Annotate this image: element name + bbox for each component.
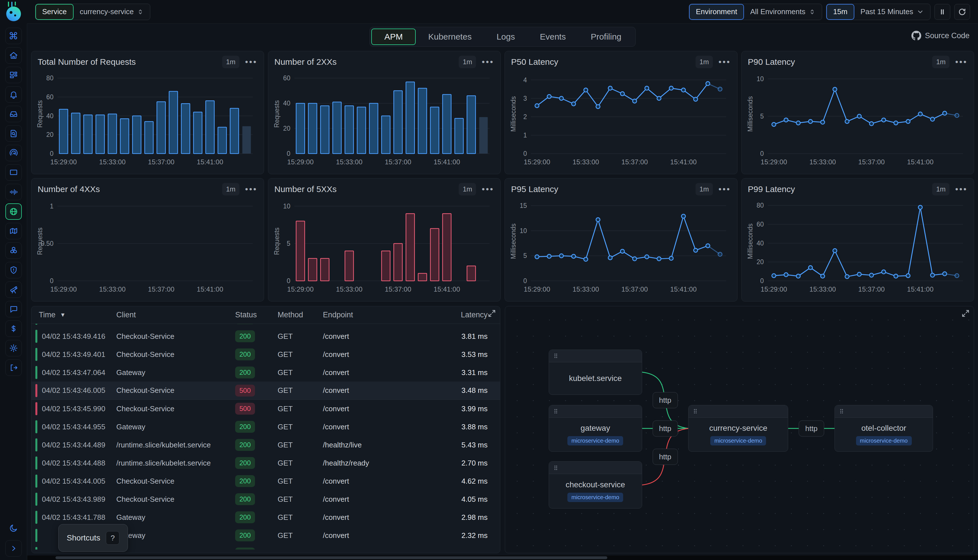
table-row[interactable]: 04/02 15:43:47.064Gateway200GET/convert3… [32, 363, 500, 382]
table-row[interactable]: 04/02 15:43:45.990Checkout-Service500GET… [32, 400, 500, 418]
table-row[interactable]: 04/02 15:43:41.788Gateway200GET/convert2… [32, 508, 500, 526]
environment-selector[interactable]: Environment All Environments [689, 4, 822, 20]
sidebar-item-traces-spiral[interactable] [5, 145, 22, 161]
horizontal-scrollbar[interactable] [27, 555, 978, 560]
time-range-selector[interactable]: 15m Past 15 Minutes [826, 4, 930, 20]
map-expand-button[interactable] [961, 309, 970, 319]
sidebar-item-alerts-bell[interactable] [5, 86, 22, 103]
map-node-currency[interactable]: currency-servicemicroservice-demo [688, 405, 788, 452]
shortcuts-key-button[interactable]: ? [106, 531, 119, 545]
chart-menu-button[interactable]: ••• [245, 57, 257, 67]
sidebar-item-service-map[interactable] [5, 223, 22, 239]
drag-handle-icon[interactable] [839, 408, 844, 415]
column-header-client[interactable]: Client [116, 310, 235, 319]
sidebar-item-telescope[interactable] [5, 282, 22, 298]
interval-chip[interactable]: 1m [696, 56, 713, 68]
telescope-icon [9, 285, 18, 294]
interval-chip[interactable]: 1m [932, 183, 950, 195]
table-row[interactable]: 04/02 15:43:44.488/runtime.slice/kubelet… [32, 454, 500, 472]
chart-menu-button[interactable]: ••• [245, 184, 257, 194]
drag-handle-icon[interactable] [554, 464, 558, 471]
source-code-link[interactable]: Source Code [911, 30, 970, 41]
drag-handle-icon[interactable] [554, 352, 558, 359]
tab-apm[interactable]: APM [371, 28, 416, 45]
sidebar-item-logout[interactable] [5, 360, 22, 376]
table-row[interactable]: 04/02 15:43:46.005Checkout-Service500GET… [32, 382, 500, 400]
edge-protocol-label[interactable]: http [653, 448, 678, 465]
edge-protocol-label[interactable]: http [799, 420, 824, 437]
tab-kubernetes[interactable]: Kubernetes [416, 28, 484, 45]
table-row[interactable]: 04/02 15:43:43.989Checkout-Service200GET… [32, 490, 500, 508]
pause-button[interactable] [935, 4, 950, 20]
node-namespace-badge[interactable]: microservice-demo [567, 493, 623, 502]
drag-handle-icon[interactable] [554, 408, 558, 415]
log-search-icon [9, 129, 18, 138]
svg-text:10: 10 [519, 227, 527, 235]
cell-client: Checkout-Service [116, 495, 235, 504]
edge-protocol-label[interactable]: http [653, 392, 678, 408]
node-namespace-badge[interactable]: microservice-demo [710, 436, 766, 445]
table-row[interactable]: 04/02 15:43:49.416Checkout-Service200GET… [32, 324, 500, 327]
sidebar-item-command[interactable]: ⌘ [5, 28, 22, 44]
node-namespace-badge[interactable]: microservice-demo [856, 436, 912, 445]
sidebar-item-home[interactable] [5, 47, 22, 63]
column-header-method[interactable]: Method [278, 310, 323, 319]
sidebar-item-log-search[interactable] [5, 125, 22, 142]
sidebar-item-inbox[interactable] [5, 106, 22, 122]
time-range-value[interactable]: Past 15 Minutes [854, 4, 930, 20]
table-row[interactable]: 04/02 15:43:44.955Gateway200GET/convert3… [32, 418, 500, 436]
sidebar-item-collapse-chevron[interactable] [5, 540, 22, 557]
chart-menu-button[interactable]: ••• [719, 57, 731, 67]
sidebar-item-cost-dollar[interactable] [5, 320, 22, 337]
table-row[interactable]: 04/02 15:43:44.005Checkout-Service200GET… [32, 472, 500, 490]
svg-text:Requests: Requests [273, 227, 280, 255]
chart-menu-button[interactable]: ••• [482, 57, 494, 67]
chart-menu-button[interactable]: ••• [482, 184, 494, 194]
table-row[interactable]: 04/02 15:43:49.401Checkout-Service200GET… [32, 345, 500, 363]
sidebar-item-shield-alert[interactable] [5, 262, 22, 278]
interval-chip[interactable]: 1m [222, 56, 239, 68]
map-node-checkout[interactable]: checkout-servicemicroservice-demo [549, 461, 642, 508]
sidebar-item-apm-globe[interactable] [5, 203, 22, 220]
service-selector[interactable]: Service currency-service [35, 4, 150, 20]
service-selector-value[interactable]: currency-service [73, 4, 150, 20]
chart-menu-button[interactable]: ••• [719, 184, 731, 194]
map-node-gateway[interactable]: gatewaymicroservice-demo [549, 405, 642, 452]
interval-chip[interactable]: 1m [222, 183, 239, 195]
column-header-endpoint[interactable]: Endpoint [323, 310, 416, 319]
map-node-kubelet[interactable]: kubelet.service [549, 350, 642, 395]
table-expand-button[interactable] [487, 309, 496, 319]
map-node-otel[interactable]: otel-collectormicroservice-demo [834, 405, 933, 452]
chart-menu-button[interactable]: ••• [955, 57, 968, 67]
environment-value[interactable]: All Environments [744, 4, 822, 20]
tab-profiling[interactable]: Profiling [578, 28, 634, 45]
svg-text:15:33:00: 15:33:00 [809, 285, 836, 293]
refresh-button[interactable] [954, 4, 970, 20]
drag-handle-icon[interactable] [693, 408, 698, 415]
column-header-status[interactable]: Status [235, 310, 278, 319]
sidebar-item-waveform[interactable] [5, 184, 22, 200]
interval-chip[interactable]: 1m [459, 56, 476, 68]
chart-menu-button[interactable]: ••• [955, 184, 968, 194]
sidebar-item-apps[interactable] [5, 67, 22, 83]
tab-events[interactable]: Events [527, 28, 578, 45]
sidebar-item-moon[interactable] [5, 520, 22, 536]
interval-chip[interactable]: 1m [696, 183, 713, 195]
tab-logs[interactable]: Logs [484, 28, 527, 45]
column-header-time[interactable]: Time▼ [32, 310, 116, 319]
cell-client: Gateway [116, 368, 235, 377]
interval-chip[interactable]: 1m [932, 56, 950, 68]
sidebar-item-cubes[interactable] [5, 242, 22, 259]
sidebar-item-window[interactable] [5, 164, 22, 181]
svg-text:15:29:00: 15:29:00 [287, 285, 313, 293]
brand-logo[interactable] [0, 0, 27, 24]
table-row[interactable]: 04/02 15:43:44.489/runtime.slice/kubelet… [32, 436, 500, 454]
node-namespace-badge[interactable]: microservice-demo [567, 436, 623, 445]
edge-protocol-label[interactable]: http [653, 420, 678, 437]
sidebar-item-chat[interactable] [5, 301, 22, 317]
sidebar-item-settings-gear[interactable] [5, 340, 22, 357]
interval-chip[interactable]: 1m [459, 183, 476, 195]
table-row[interactable]: 04/02 15:43:49.416Checkout-Service200GET… [32, 327, 500, 345]
scrollbar-thumb[interactable] [55, 556, 607, 559]
row-status-accent [35, 547, 37, 550]
